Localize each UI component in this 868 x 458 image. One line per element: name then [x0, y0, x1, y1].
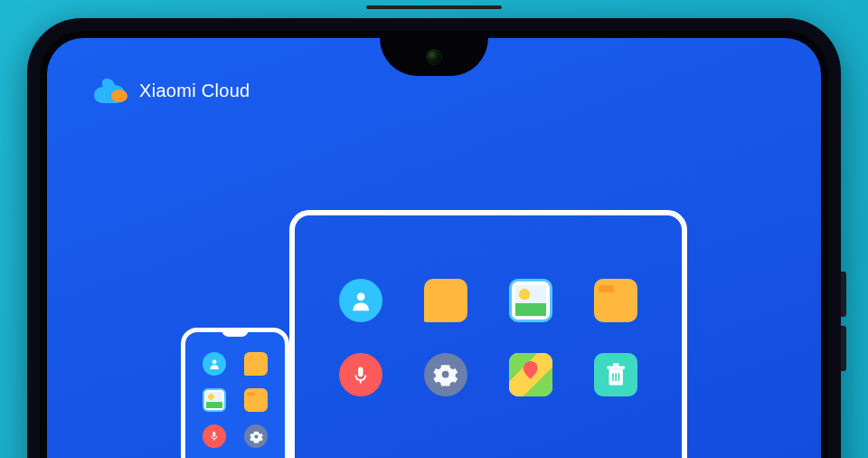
microphone-icon: [339, 353, 382, 396]
app-header: Xiaomi Cloud: [92, 78, 250, 103]
folder-icon: [244, 388, 268, 412]
mini-phone-notch: [222, 328, 249, 337]
mini-phone-icon-grid: [203, 352, 268, 458]
svg-rect-12: [213, 432, 216, 437]
laptop-illustration: [289, 210, 687, 458]
laptop-icon-grid: [339, 279, 637, 396]
earpiece-speaker: [366, 5, 502, 9]
volume-up-button: [841, 272, 846, 317]
contact-icon: [203, 352, 226, 376]
svg-rect-2: [358, 367, 363, 377]
trash-icon: [594, 353, 637, 396]
display-notch: [380, 38, 488, 76]
mini-phone-illustration: [181, 328, 289, 458]
photo-icon: [509, 279, 552, 322]
chat-icon: [244, 352, 268, 376]
cloud-logo-icon: [92, 78, 128, 103]
microphone-icon: [203, 425, 226, 448]
svg-point-11: [212, 359, 217, 364]
phone-device-frame: Xiaomi Cloud: [27, 18, 841, 458]
settings-icon: [244, 425, 268, 448]
app-title: Xiaomi Cloud: [139, 81, 250, 101]
settings-icon: [424, 353, 467, 396]
maps-icon: [509, 353, 552, 396]
front-camera: [426, 49, 442, 65]
volume-down-button: [841, 326, 846, 371]
svg-point-14: [254, 434, 258, 438]
svg-rect-7: [613, 363, 619, 366]
chat-icon: [424, 279, 467, 322]
folder-icon: [594, 279, 637, 322]
contact-icon: [339, 279, 382, 322]
photo-icon: [203, 388, 226, 412]
sync-illustration: [181, 210, 687, 458]
svg-point-0: [111, 90, 127, 102]
svg-rect-6: [607, 366, 625, 368]
svg-point-1: [357, 292, 365, 301]
svg-point-4: [442, 371, 449, 378]
phone-screen: Xiaomi Cloud: [47, 38, 821, 458]
